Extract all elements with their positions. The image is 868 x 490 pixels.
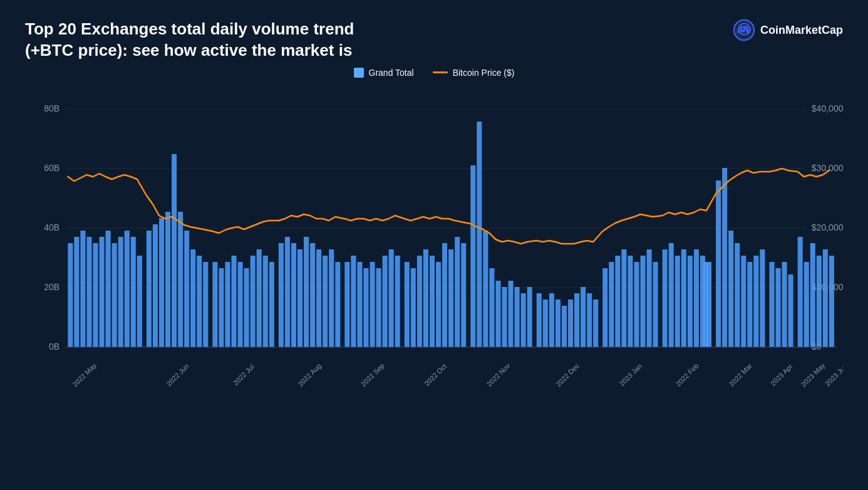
svg-rect-39	[203, 262, 208, 347]
main-chart-svg: 80B 60B 40B 20B 0B $40,000 $30,000 $20,0…	[25, 84, 843, 422]
svg-rect-131	[810, 243, 815, 347]
svg-rect-77	[455, 237, 460, 347]
svg-rect-58	[329, 249, 334, 347]
svg-rect-110	[675, 256, 680, 347]
svg-rect-122	[753, 256, 758, 347]
coinmarketcap-icon: ⓜ	[733, 19, 755, 41]
svg-rect-109	[669, 243, 674, 347]
brand-name: CoinMarketCap	[760, 24, 843, 37]
svg-rect-106	[647, 249, 652, 347]
svg-rect-96	[581, 287, 586, 347]
svg-rect-60	[344, 262, 349, 347]
svg-rect-40	[212, 262, 217, 347]
svg-rect-120	[741, 256, 746, 347]
svg-text:$20,000: $20,000	[812, 222, 843, 232]
svg-rect-97	[587, 293, 592, 347]
svg-rect-56	[316, 249, 321, 347]
svg-rect-41	[219, 268, 224, 347]
svg-rect-92	[555, 300, 561, 347]
svg-rect-76	[448, 249, 453, 347]
svg-text:2022 Jun: 2022 Jun	[165, 362, 190, 387]
chart-area: 80B 60B 40B 20B 0B $40,000 $30,000 $20,0…	[25, 84, 843, 422]
svg-rect-49	[269, 262, 274, 347]
svg-rect-48	[263, 256, 268, 347]
svg-rect-116	[716, 180, 721, 347]
chart-legend: Grand Total Bitcoin Price ($)	[25, 68, 843, 78]
grand-total-color-box	[354, 68, 364, 78]
svg-rect-134	[829, 256, 834, 347]
legend-bitcoin-price: Bitcoin Price ($)	[433, 68, 515, 78]
svg-text:2023 Apr: 2023 Apr	[769, 362, 794, 387]
svg-rect-54	[304, 237, 309, 347]
svg-rect-73	[430, 256, 435, 347]
brand-logo-area: ⓜ CoinMarketCap	[733, 19, 843, 41]
svg-rect-107	[653, 262, 658, 347]
svg-rect-119	[735, 243, 740, 347]
svg-rect-38	[197, 256, 202, 347]
svg-rect-66	[383, 256, 388, 347]
svg-text:20B: 20B	[44, 282, 59, 292]
svg-rect-94	[568, 300, 573, 347]
svg-rect-126	[776, 268, 781, 347]
svg-text:2022 Nov: 2022 Nov	[485, 362, 512, 388]
svg-rect-74	[436, 262, 441, 347]
svg-rect-132	[817, 256, 822, 347]
svg-rect-133	[823, 249, 828, 347]
svg-rect-112	[688, 256, 693, 347]
bitcoin-price-label: Bitcoin Price ($)	[453, 68, 515, 78]
svg-rect-108	[663, 249, 668, 347]
svg-rect-27	[125, 231, 130, 347]
svg-rect-30	[147, 231, 152, 347]
svg-text:$40,000: $40,000	[812, 103, 843, 113]
svg-rect-26	[118, 237, 123, 347]
svg-rect-78	[461, 243, 466, 347]
svg-rect-125	[769, 262, 774, 347]
svg-text:2022 Dec: 2022 Dec	[554, 362, 581, 388]
svg-rect-22	[93, 243, 98, 347]
svg-rect-62	[357, 262, 362, 347]
svg-rect-90	[543, 300, 548, 347]
svg-rect-111	[681, 249, 686, 347]
svg-rect-53	[297, 249, 302, 347]
svg-rect-63	[363, 268, 368, 347]
svg-rect-98	[593, 300, 598, 347]
svg-rect-80	[477, 122, 482, 347]
svg-rect-75	[442, 243, 447, 347]
svg-rect-28	[131, 237, 136, 347]
svg-rect-71	[417, 256, 422, 347]
svg-rect-34	[172, 154, 177, 347]
svg-rect-35	[178, 212, 183, 347]
svg-rect-21	[86, 237, 91, 347]
svg-rect-69	[405, 262, 410, 347]
svg-text:2023 Jun: 2023 Jun	[824, 362, 843, 387]
svg-text:0B: 0B	[49, 341, 59, 352]
svg-rect-99	[602, 268, 607, 347]
svg-rect-64	[370, 262, 375, 347]
svg-rect-46	[251, 256, 256, 347]
svg-text:2023 Jan: 2023 Jan	[617, 362, 643, 387]
chart-title: Top 20 Exchanges total daily volume tren…	[25, 19, 354, 61]
svg-rect-124	[703, 262, 708, 347]
svg-rect-70	[411, 268, 416, 347]
svg-rect-45	[244, 268, 249, 347]
svg-rect-29	[137, 256, 142, 347]
svg-rect-44	[238, 262, 243, 347]
svg-rect-113	[694, 249, 699, 347]
svg-rect-72	[423, 249, 428, 347]
svg-rect-18	[68, 243, 73, 347]
header: Top 20 Exchanges total daily volume tren…	[25, 19, 843, 61]
grand-total-label: Grand Total	[369, 68, 414, 78]
svg-rect-83	[495, 281, 500, 347]
svg-rect-100	[609, 262, 614, 347]
svg-rect-24	[106, 231, 111, 347]
chart-container: Top 20 Exchanges total daily volume tren…	[0, 0, 868, 490]
svg-rect-68	[395, 256, 400, 347]
svg-rect-129	[798, 237, 803, 347]
svg-text:2022 May: 2022 May	[71, 361, 98, 388]
svg-rect-52	[291, 243, 296, 347]
svg-rect-86	[515, 287, 520, 347]
svg-rect-32	[159, 218, 164, 347]
svg-rect-91	[549, 293, 554, 347]
svg-rect-55	[310, 243, 315, 347]
svg-rect-50	[279, 243, 284, 347]
